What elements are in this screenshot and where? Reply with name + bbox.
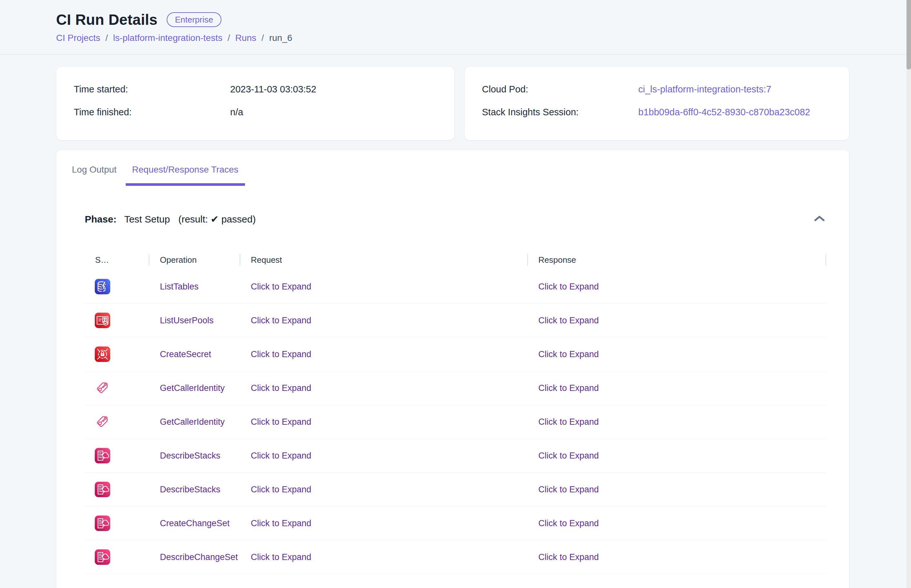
- response-expand-link[interactable]: Click to Expand: [538, 451, 599, 460]
- operation-link[interactable]: CreateSecret: [160, 349, 211, 359]
- tab-log-output[interactable]: Log Output: [65, 163, 123, 186]
- collapse-phase-button[interactable]: [813, 215, 826, 224]
- operation-link[interactable]: GetCallerIdentity: [160, 417, 225, 426]
- cloudformation-icon: [95, 482, 110, 497]
- operation-link[interactable]: DescribeStacks: [160, 451, 220, 460]
- operation-link[interactable]: DescribeChangeSet: [160, 552, 238, 562]
- operation-link[interactable]: CreateChangeSet: [160, 519, 230, 528]
- request-expand-link[interactable]: Click to Expand: [251, 519, 311, 528]
- phase-name: Test Setup: [124, 214, 170, 225]
- trace-table: S… Operation Request Response ListTables…: [85, 250, 826, 574]
- enterprise-badge: Enterprise: [167, 12, 222, 27]
- cloudformation-icon: [95, 448, 110, 464]
- sts-icon: [95, 380, 110, 396]
- chevron-up-icon: [813, 215, 826, 224]
- links-summary-card: Cloud Pod: ci_ls-platform-integration-te…: [464, 66, 849, 141]
- cloud-pod-link[interactable]: ci_ls-platform-integration-tests:7: [638, 84, 772, 95]
- breadcrumb-ci-projects[interactable]: CI Projects: [56, 33, 100, 43]
- trace-table-body: ListTables Click to Expand Click to Expa…: [85, 270, 826, 574]
- response-expand-link[interactable]: Click to Expand: [538, 383, 599, 393]
- stack-insights-session-link[interactable]: b1bb09da-6ff0-4c52-8930-c870ba23c082: [638, 107, 810, 118]
- table-row[interactable]: GetCallerIdentity Click to Expand Click …: [85, 371, 826, 405]
- service-icon-cell: [85, 346, 149, 362]
- response-expand-link[interactable]: Click to Expand: [538, 485, 599, 494]
- time-finished-value: n/a: [230, 107, 243, 118]
- response-expand-link[interactable]: Click to Expand: [538, 282, 599, 291]
- summary-cards: Time started: 2023-11-03 03:03:52 Time f…: [56, 66, 911, 141]
- time-started-value: 2023-11-03 03:03:52: [230, 84, 316, 95]
- dynamodb-icon: [95, 279, 110, 294]
- request-expand-link[interactable]: Click to Expand: [251, 417, 311, 426]
- table-row[interactable]: ListUserPools Click to Expand Click to E…: [85, 304, 826, 338]
- breadcrumb: CI Projects / ls-platform-integration-te…: [56, 33, 911, 43]
- column-header-operation: Operation: [149, 250, 240, 270]
- table-row[interactable]: DescribeChangeSet Click to Expand Click …: [85, 540, 826, 574]
- page-title: CI Run Details: [56, 11, 158, 28]
- table-row[interactable]: GetCallerIdentity Click to Expand Click …: [85, 405, 826, 439]
- operation-link[interactable]: ListUserPools: [160, 316, 214, 325]
- service-icon-cell: [85, 482, 149, 497]
- cognito-icon: [95, 313, 110, 328]
- request-expand-link[interactable]: Click to Expand: [251, 316, 311, 325]
- breadcrumb-project[interactable]: ls-platform-integration-tests: [113, 33, 222, 43]
- traces-card: Log Output Request/Response Traces Phase…: [56, 149, 849, 588]
- request-expand-link[interactable]: Click to Expand: [251, 552, 311, 562]
- cloud-pod-label: Cloud Pod:: [482, 84, 638, 95]
- response-expand-link[interactable]: Click to Expand: [538, 349, 599, 359]
- operation-link[interactable]: DescribeStacks: [160, 485, 220, 494]
- response-expand-link[interactable]: Click to Expand: [538, 552, 599, 562]
- tab-request-response-traces[interactable]: Request/Response Traces: [126, 163, 245, 186]
- request-expand-link[interactable]: Click to Expand: [251, 485, 311, 494]
- service-icon-cell: [85, 448, 149, 464]
- scrollbar-thumb[interactable]: [906, 0, 911, 69]
- breadcrumb-separator: /: [261, 33, 264, 43]
- response-expand-link[interactable]: Click to Expand: [538, 417, 599, 426]
- service-icon-cell: [85, 414, 149, 430]
- breadcrumb-separator: /: [105, 33, 108, 43]
- response-expand-link[interactable]: Click to Expand: [538, 519, 599, 528]
- service-icon-cell: [85, 279, 149, 294]
- service-icon-cell: [85, 313, 149, 328]
- breadcrumb-runs[interactable]: Runs: [235, 33, 256, 43]
- sts-icon: [95, 414, 110, 430]
- request-expand-link[interactable]: Click to Expand: [251, 451, 311, 460]
- phase-result: (result: ✔ passed): [178, 213, 256, 225]
- column-header-response: Response: [528, 250, 826, 270]
- phase-header[interactable]: Phase: Test Setup (result: ✔ passed): [57, 213, 849, 225]
- operation-link[interactable]: GetCallerIdentity: [160, 383, 225, 393]
- stack-insights-label: Stack Insights Session:: [482, 107, 638, 118]
- breadcrumb-current-run: run_6: [269, 33, 292, 43]
- service-icon-cell: [85, 549, 149, 565]
- table-row[interactable]: DescribeStacks Click to Expand Click to …: [85, 439, 826, 473]
- request-expand-link[interactable]: Click to Expand: [251, 349, 311, 359]
- operation-link[interactable]: ListTables: [160, 282, 199, 291]
- service-icon-cell: [85, 515, 149, 531]
- cloudformation-icon: [95, 549, 110, 565]
- request-expand-link[interactable]: Click to Expand: [251, 282, 311, 291]
- table-row[interactable]: ListTables Click to Expand Click to Expa…: [85, 270, 826, 304]
- request-expand-link[interactable]: Click to Expand: [251, 383, 311, 393]
- time-started-label: Time started:: [74, 84, 230, 95]
- table-row[interactable]: CreateChangeSet Click to Expand Click to…: [85, 507, 826, 540]
- column-header-service: S…: [85, 250, 149, 270]
- cloudformation-icon: [95, 515, 110, 531]
- table-row[interactable]: CreateSecret Click to Expand Click to Ex…: [85, 338, 826, 371]
- response-expand-link[interactable]: Click to Expand: [538, 316, 599, 325]
- tab-bar: Log Output Request/Response Traces: [57, 163, 849, 186]
- scrollbar-track[interactable]: [906, 0, 911, 588]
- column-header-request: Request: [240, 250, 528, 270]
- time-finished-label: Time finished:: [74, 107, 230, 118]
- service-icon-cell: [85, 380, 149, 396]
- table-row[interactable]: DescribeStacks Click to Expand Click to …: [85, 473, 826, 507]
- trace-table-header: S… Operation Request Response: [85, 250, 826, 270]
- time-summary-card: Time started: 2023-11-03 03:03:52 Time f…: [56, 66, 454, 141]
- secretsmanager-icon: [95, 346, 110, 362]
- phase-label: Phase:: [85, 214, 117, 225]
- breadcrumb-separator: /: [228, 33, 230, 43]
- page-header: CI Run Details Enterprise CI Projects / …: [0, 0, 911, 55]
